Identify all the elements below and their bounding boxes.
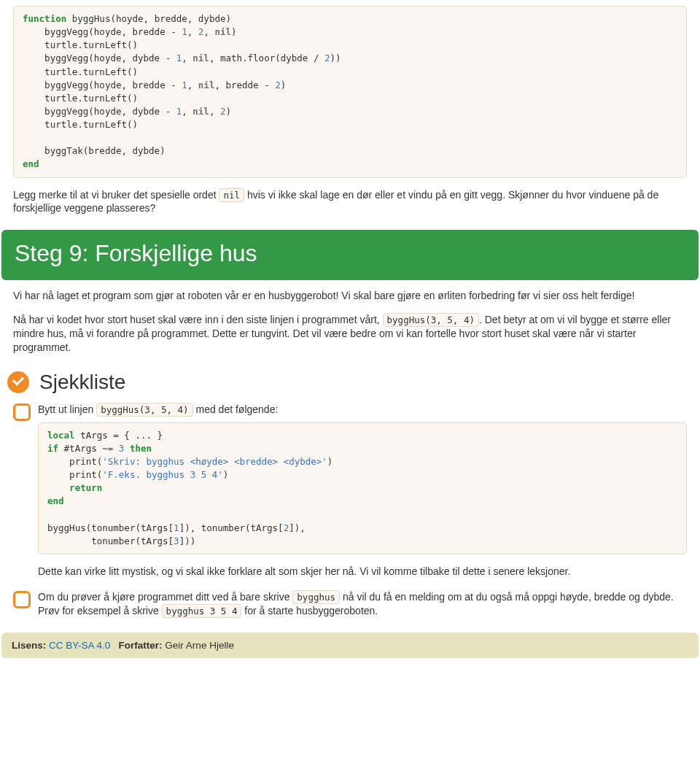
paragraph-intro: Vi har nå laget et program som gjør at r… <box>13 289 687 303</box>
paragraph-note-nil: Legg merke til at vi bruker det spesiell… <box>13 188 687 216</box>
checklist: Bytt ut linjen byggHus(3, 5, 4) med det … <box>13 403 687 618</box>
author-name: Geir Arne Hjelle <box>165 640 234 651</box>
license-link[interactable]: CC BY-SA 4.0 <box>49 640 110 651</box>
inline-code-bygghus: bygghus <box>292 590 340 604</box>
inline-code-bygghus-354-c: bygghus 3 5 4 <box>162 604 242 618</box>
code-block-targs: local tArgs = { ... } if #tArgs ~= 3 the… <box>38 422 687 554</box>
inline-code-nil: nil <box>219 188 244 202</box>
checklist-item-2[interactable]: Om du prøver å kjøre programmet ditt ved… <box>13 590 687 618</box>
paragraph-mystisk: Dette kan virke litt mystisk, og vi skal… <box>38 565 687 579</box>
inline-code-bygghus-354: byggHus(3, 5, 4) <box>383 313 479 327</box>
text: med det følgende: <box>193 403 279 415</box>
text: Om du prøver å kjøre programmet ditt ved… <box>38 591 292 603</box>
license-label: Lisens: <box>12 640 46 651</box>
text: Nå har vi kodet hvor stort huset skal væ… <box>13 314 383 325</box>
checklist-title: Sjekkliste <box>39 371 125 394</box>
author-label: Forfatter: <box>119 640 163 651</box>
paragraph-explain: Nå har vi kodet hvor stort huset skal væ… <box>13 313 687 355</box>
text: for å starte husbyggeroboten. <box>241 605 378 616</box>
step-9-heading: Steg 9: Forskjellige hus <box>1 230 699 280</box>
check-circle-icon <box>7 371 29 393</box>
inline-code-bygghus-354-b: byggHus(3, 5, 4) <box>96 403 192 417</box>
text: Legg merke til at vi bruker det spesiell… <box>13 189 219 201</box>
code-block-bygghus: function byggHus(hoyde, bredde, dybde) b… <box>13 6 687 178</box>
checklist-heading: Sjekkliste <box>7 371 693 394</box>
checklist-item-1[interactable]: Bytt ut linjen byggHus(3, 5, 4) med det … <box>13 403 687 579</box>
text: Bytt ut linjen <box>38 403 96 415</box>
footer: Lisens: CC BY-SA 4.0 Forfatter: Geir Arn… <box>1 633 699 658</box>
